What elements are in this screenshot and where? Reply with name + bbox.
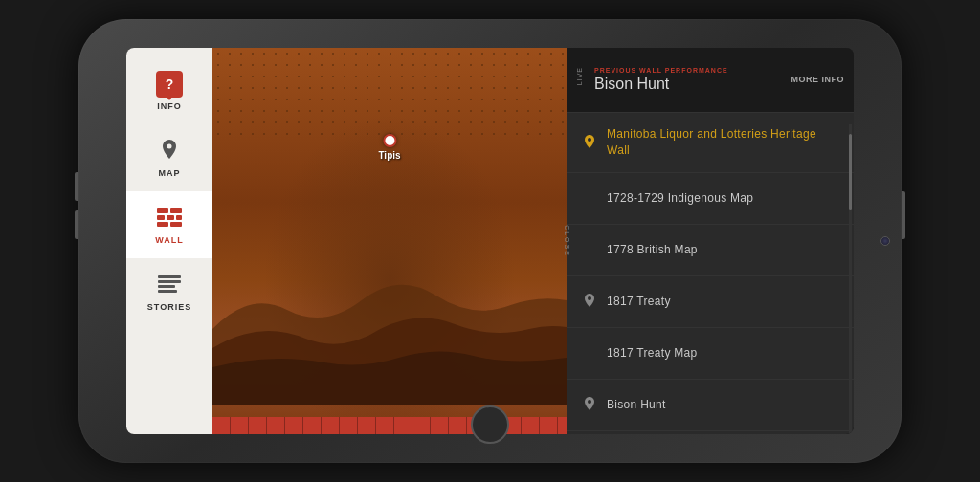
close-label[interactable]: CLOSE	[564, 225, 570, 257]
list-item-text: 1817 Treaty Map	[607, 346, 698, 360]
svg-rect-3	[157, 215, 165, 220]
volume-down-button[interactable]	[75, 210, 78, 239]
home-button[interactable]	[471, 405, 509, 444]
spacer-icon	[582, 240, 597, 259]
svg-rect-5	[176, 215, 182, 220]
map-texture: Tipis	[212, 48, 567, 434]
top-bar: LIVE PREVIOUS WALL PERFORMANCE Bison Hun…	[567, 48, 854, 113]
volume-up-button[interactable]	[75, 172, 78, 201]
phone-frame: INFO MAP	[78, 19, 902, 463]
sidebar: INFO MAP	[126, 48, 212, 434]
pin-dot	[383, 134, 396, 147]
landscape-svg	[212, 214, 567, 405]
live-badge: LIVE	[576, 67, 583, 85]
list-item[interactable]: 1817 Treaty Map	[567, 328, 854, 380]
list-item-text: 1778 British Map	[607, 243, 698, 256]
spacer-icon	[582, 188, 597, 208]
performance-list: Manitoba Liquor and Lotteries Heritage W…	[567, 113, 854, 434]
previous-wall-label: PREVIOUS WALL PERFORMANCE	[594, 67, 728, 74]
location-pin-icon	[582, 395, 597, 414]
svg-rect-6	[157, 222, 168, 227]
sidebar-item-info[interactable]: INFO	[126, 57, 212, 124]
map-icon	[156, 138, 183, 164]
sidebar-item-map-label: MAP	[159, 168, 181, 178]
wall-icon	[156, 205, 183, 231]
stories-icon	[156, 272, 183, 298]
list-item[interactable]: 1728-1729 Indigenous Map	[567, 173, 854, 225]
dot-pattern	[212, 48, 567, 143]
svg-rect-7	[170, 222, 182, 227]
list-item[interactable]: 1817 Treaty	[567, 276, 854, 328]
svg-rect-2	[170, 208, 182, 213]
list-item-text: 1817 Treaty	[607, 295, 671, 308]
sidebar-item-map[interactable]: MAP	[126, 124, 212, 191]
spacer-icon	[582, 343, 597, 362]
top-bar-left: LIVE PREVIOUS WALL PERFORMANCE Bison Hun…	[576, 67, 728, 93]
location-pin-icon	[582, 133, 597, 152]
list-item[interactable]: Manitoba Liquor and Lotteries Heritage W…	[567, 113, 854, 173]
location-pin-icon	[582, 292, 597, 311]
list-item[interactable]: 1778 British Map	[567, 225, 854, 276]
sidebar-item-stories-label: STORIES	[147, 302, 191, 312]
sidebar-item-stories[interactable]: STORIES	[126, 258, 212, 325]
sidebar-item-wall[interactable]: WALL	[126, 191, 212, 258]
list-item-text: Bison Hunt	[607, 398, 666, 411]
camera-icon	[880, 236, 890, 246]
info-icon	[156, 71, 183, 98]
current-performance-title: Bison Hunt	[594, 76, 728, 93]
svg-point-14	[588, 400, 591, 404]
svg-point-13	[588, 296, 591, 300]
more-info-button[interactable]: MORE INFO	[791, 75, 845, 86]
pin-label: Tipis	[378, 150, 400, 161]
svg-rect-11	[158, 290, 177, 293]
list-item-text: 1728-1729 Indigenous Map	[607, 191, 753, 205]
sidebar-item-info-label: INFO	[157, 101, 182, 111]
top-bar-content: PREVIOUS WALL PERFORMANCE Bison Hunt	[594, 67, 728, 93]
map-view[interactable]: Tipis	[212, 48, 567, 434]
scrollbar-thumb[interactable]	[849, 134, 852, 210]
right-panel: CLOSE LIVE PREVIOUS WALL PERFORMANCE Bis…	[567, 48, 854, 434]
power-button[interactable]	[902, 191, 905, 239]
list-item-text: Manitoba Liquor and Lotteries Heritage W…	[607, 126, 838, 159]
svg-rect-10	[158, 285, 175, 288]
phone-screen: INFO MAP	[126, 48, 854, 434]
brick-bar	[212, 417, 567, 434]
map-pin-tipis: Tipis	[378, 134, 400, 161]
svg-point-0	[167, 144, 172, 149]
svg-rect-1	[157, 208, 168, 213]
svg-point-12	[588, 138, 591, 142]
svg-rect-9	[158, 280, 181, 283]
svg-rect-4	[167, 215, 174, 220]
scrollbar-track	[849, 124, 852, 434]
svg-rect-8	[158, 275, 181, 278]
sidebar-item-wall-label: WALL	[155, 235, 184, 245]
list-item[interactable]: Bison Hunt	[567, 380, 854, 431]
